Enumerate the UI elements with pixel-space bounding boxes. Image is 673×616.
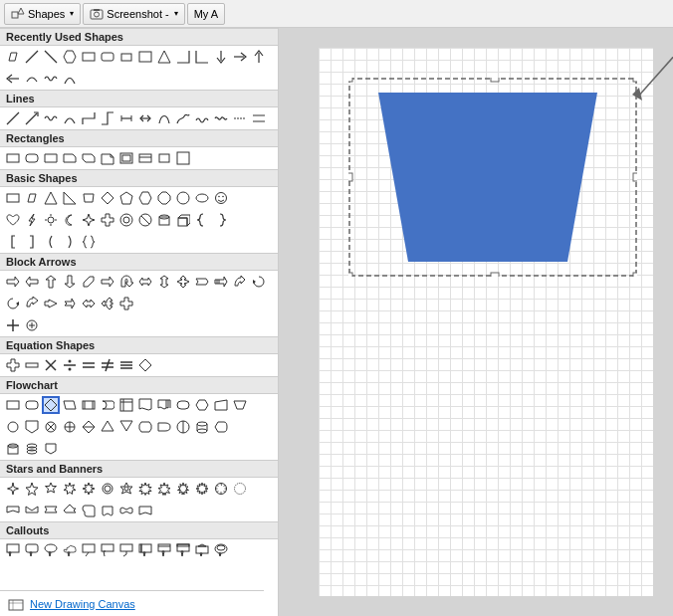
callout-accent2[interactable] xyxy=(155,541,173,559)
rect-rounded[interactable] xyxy=(23,149,41,167)
line-extra2[interactable] xyxy=(250,109,268,127)
arrow-bend[interactable] xyxy=(99,273,116,291)
line-curved-up[interactable] xyxy=(61,109,79,127)
flow-delay[interactable] xyxy=(155,418,173,436)
star-4pt[interactable] xyxy=(4,480,22,498)
shape-arrow-down-recent[interactable] xyxy=(212,48,230,66)
basic-ellipse[interactable] xyxy=(193,189,211,207)
eq-extra2[interactable] xyxy=(136,356,154,374)
arrow-swoosh[interactable] xyxy=(23,295,41,312)
line-wave[interactable] xyxy=(42,109,60,127)
line-straight[interactable] xyxy=(4,109,22,127)
banner-scroll1[interactable] xyxy=(80,502,98,519)
banner-scroll2[interactable] xyxy=(99,502,116,519)
line-freeform[interactable] xyxy=(174,109,192,127)
flow-data[interactable] xyxy=(61,396,79,414)
arrow-left-block[interactable] xyxy=(23,273,41,291)
callout-cloud[interactable] xyxy=(61,541,79,559)
basic-bracket-right[interactable] xyxy=(23,233,41,251)
basic-right-triangle[interactable] xyxy=(61,189,79,207)
star-8pt[interactable] xyxy=(80,480,98,498)
shape-corner2[interactable] xyxy=(193,48,211,66)
arrow-plus[interactable] xyxy=(117,295,135,312)
line-bidirectional[interactable] xyxy=(117,109,135,127)
banner-wave1[interactable] xyxy=(117,502,135,519)
arrow-cw[interactable] xyxy=(4,295,22,312)
basic-brace-right[interactable] xyxy=(212,211,230,229)
arrow-notched[interactable] xyxy=(193,273,211,291)
flow-decision[interactable] xyxy=(42,396,60,414)
arrow-striped[interactable] xyxy=(212,273,230,291)
basic-sun[interactable] xyxy=(42,211,60,229)
flow-document[interactable] xyxy=(136,396,154,414)
basic-triangle[interactable] xyxy=(42,189,60,207)
shape-container[interactable] xyxy=(348,78,637,277)
star-7pt[interactable] xyxy=(61,480,79,498)
arrow-wave[interactable] xyxy=(42,295,60,312)
basic-paren-left[interactable] xyxy=(42,233,60,251)
star-badge8[interactable] xyxy=(231,480,249,498)
shapes-panel[interactable]: Recently Used Shapes xyxy=(0,28,279,616)
basic-brace-left[interactable] xyxy=(193,211,211,229)
arrow-uturn[interactable] xyxy=(117,273,135,291)
shape-curved1[interactable] xyxy=(23,70,41,88)
flow-preparation[interactable] xyxy=(193,396,211,414)
arrow-extra1[interactable] xyxy=(61,295,79,312)
line-elbow[interactable] xyxy=(80,109,98,127)
flow-multi-document[interactable] xyxy=(155,396,173,414)
flow-manual-op[interactable] xyxy=(231,396,249,414)
arrow-plusminus1[interactable] xyxy=(4,316,22,334)
callout-accent5[interactable] xyxy=(212,541,230,559)
rect-basic[interactable] xyxy=(4,149,22,167)
basic-moon[interactable] xyxy=(61,211,79,229)
line-elbow2[interactable] xyxy=(99,109,116,127)
callout-line2[interactable] xyxy=(99,541,116,559)
star-badge3[interactable] xyxy=(136,480,154,498)
shape-arrow-up-recent[interactable] xyxy=(250,48,268,66)
star-5pt[interactable] xyxy=(23,480,41,498)
screenshot-button[interactable]: Screenshot - ▾ xyxy=(83,3,184,25)
banner-ribbon1[interactable] xyxy=(4,502,22,519)
rect-snip3[interactable] xyxy=(80,149,98,167)
flow-extract[interactable] xyxy=(99,418,116,436)
eq-extra1[interactable] xyxy=(117,356,135,374)
flow-extra1[interactable] xyxy=(4,440,22,458)
eq-minus[interactable] xyxy=(23,356,41,374)
arrow-extra2[interactable] xyxy=(80,295,98,312)
shape-parallelogram-recent[interactable] xyxy=(4,48,22,66)
basic-cylinder[interactable] xyxy=(155,211,173,229)
flow-offpage[interactable] xyxy=(23,418,41,436)
eq-divide[interactable] xyxy=(61,356,79,374)
callout-oval[interactable] xyxy=(42,541,60,559)
rect-folded[interactable] xyxy=(99,149,116,167)
basic-no-symbol[interactable] xyxy=(136,211,154,229)
callout-accent3[interactable] xyxy=(174,541,192,559)
flow-magnetic-disk[interactable] xyxy=(193,418,211,436)
flow-sort[interactable] xyxy=(80,418,98,436)
star-6pt[interactable] xyxy=(42,480,60,498)
flow-stored-data2[interactable] xyxy=(136,418,154,436)
callout-rect[interactable] xyxy=(4,541,22,559)
new-canvas-link[interactable]: New Drawing Canvas xyxy=(30,598,135,610)
flow-or[interactable] xyxy=(61,418,79,436)
arrow-ne-block[interactable] xyxy=(80,273,98,291)
shape-rounded-rect[interactable] xyxy=(99,48,116,66)
basic-parallelogram[interactable] xyxy=(23,189,41,207)
shape-arrow-left-recent[interactable] xyxy=(4,70,22,88)
eq-times[interactable] xyxy=(42,356,60,374)
shape-corner1[interactable] xyxy=(174,48,192,66)
flow-process[interactable] xyxy=(4,396,22,414)
banner-ribbon3[interactable] xyxy=(42,502,60,519)
basic-cube[interactable] xyxy=(174,211,192,229)
rect-plain3[interactable] xyxy=(174,149,192,167)
shape-line-diag[interactable] xyxy=(23,48,41,66)
flow-internal-storage[interactable] xyxy=(117,396,135,414)
shape-hexagon[interactable] xyxy=(61,48,79,66)
shape-arrow-right-recent[interactable] xyxy=(231,48,249,66)
flow-display[interactable] xyxy=(212,418,230,436)
basic-hexagon[interactable] xyxy=(136,189,154,207)
flow-connector[interactable] xyxy=(4,418,22,436)
flow-merge[interactable] xyxy=(117,418,135,436)
rect-plain2[interactable] xyxy=(155,149,173,167)
flow-extra3[interactable] xyxy=(42,440,60,458)
